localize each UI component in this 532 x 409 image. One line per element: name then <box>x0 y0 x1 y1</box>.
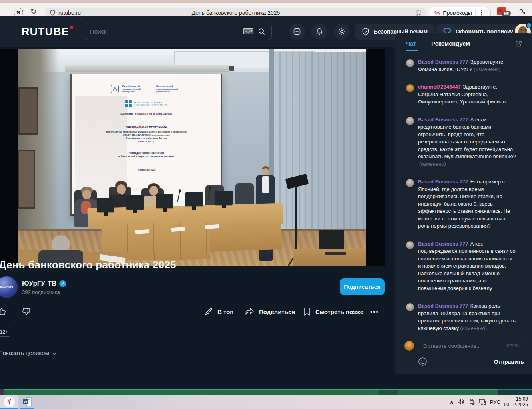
standing-man-shirt <box>262 176 269 193</box>
network-icon[interactable] <box>478 398 486 405</box>
chat-avatar <box>406 117 414 125</box>
rutube-logo[interactable]: RUTUBE <box>22 26 73 38</box>
desktop-monitor <box>215 191 233 205</box>
screen: Я ↻ rutube.ru День банковского работника… <box>0 0 532 409</box>
chat-message-list[interactable]: Based Business 777Здравствуйте. Фомина Ю… <box>395 56 532 336</box>
search-box[interactable]: ⌨ <box>84 23 272 40</box>
school-logo-icon <box>125 100 132 107</box>
divider <box>490 10 491 16</box>
promo-menu-icon[interactable]: ⋮ <box>479 9 485 16</box>
share-label: Поделиться <box>259 308 295 315</box>
bookmark-icon[interactable] <box>416 10 422 16</box>
logo-red-dot <box>70 26 73 29</box>
chat-text: А как подтверждается причинность в связи… <box>418 241 516 291</box>
show-full-description-button[interactable]: Показать целиком ⌄ <box>0 349 57 356</box>
chat-compose-area: 0/200 Отправить <box>395 336 532 369</box>
chat-username[interactable]: Based Business 777 <box>418 117 468 123</box>
slide-city-year: Челябинск 2025 <box>137 169 155 171</box>
volume-icon[interactable] <box>457 398 465 405</box>
upload-video-button[interactable] <box>289 24 305 40</box>
chat-message: channel72846447Здравствуйте. Согрина Нат… <box>406 83 525 106</box>
mail-badge: 495 <box>501 11 511 16</box>
foreground-monitor <box>319 230 344 250</box>
university-status: Национальный исследовательский университ… <box>156 85 182 93</box>
emoji-icon[interactable] <box>418 357 427 366</box>
chat-message: Based Business 777Какова роль правила Те… <box>406 302 525 332</box>
popout-chat-icon[interactable] <box>515 40 522 48</box>
send-button[interactable]: Отправить <box>494 359 524 365</box>
chat-username[interactable]: Based Business 777 <box>418 303 468 309</box>
usb-device-icon[interactable] <box>468 398 475 405</box>
search-icon[interactable] <box>258 28 266 36</box>
chat-avatar <box>406 84 414 92</box>
browser-toolbar: Я ↻ rutube.ru День банковского работника… <box>0 3 532 16</box>
divider <box>475 10 476 16</box>
university-logos: Южно-Уральский государственный университ… <box>111 84 182 94</box>
subscribe-button[interactable]: Подписаться <box>340 278 385 295</box>
chat-username[interactable]: Based Business 777 <box>418 59 468 65</box>
school-logo-block: ВЫСШАЯ ШКОЛА ЭКОНОМИКИ И УПРАВЛЕНИЯ <box>125 100 168 107</box>
chat-avatar <box>406 59 414 67</box>
chat-username[interactable]: Based Business 777 <box>418 179 468 185</box>
desktop-monitor <box>185 192 203 206</box>
chat-message: Based Business 777А если кредитование ба… <box>406 116 525 168</box>
video-frame: Южно-Уральский государственный университ… <box>18 49 366 266</box>
more-actions-button[interactable]: ••• <box>370 306 379 318</box>
chevron-down-icon: ⌄ <box>52 349 57 356</box>
video-player[interactable]: Южно-Уральский государственный университ… <box>0 49 385 266</box>
window-top-strip <box>0 0 532 3</box>
word-icon: W <box>23 397 32 406</box>
watch-later-button[interactable]: Смотреть позже <box>303 306 363 318</box>
passwords-extension-icon[interactable] <box>518 7 528 16</box>
theme-toggle-sun-icon[interactable] <box>334 24 350 40</box>
keyboard <box>325 252 346 255</box>
divider <box>395 54 532 54</box>
search-input[interactable] <box>90 28 239 35</box>
age-rating-badge: 12+ <box>0 327 10 337</box>
share-button[interactable]: Поделиться <box>245 306 295 318</box>
chat-username[interactable]: Based Business 777 <box>418 241 468 247</box>
like-button[interactable] <box>0 306 7 318</box>
background-window-strip <box>0 389 532 395</box>
wall-picture <box>18 150 35 209</box>
dislike-button[interactable] <box>21 306 30 318</box>
chat-text: Есть пример с Японией, где долгое время … <box>418 179 510 229</box>
taskbar-clock[interactable]: 15:09 03.12.2025 <box>504 396 528 407</box>
tab-recommend[interactable]: Рекомендуем <box>431 40 470 47</box>
chat-panel: Чат Рекомендуем Based Business 777Здравс… <box>395 33 532 374</box>
seated-woman-2 <box>117 184 126 195</box>
chat-avatar <box>406 241 414 249</box>
channel-name[interactable]: ЮУрГУ-ТВ ✓ <box>22 280 66 288</box>
conference-theme: «Поведенческая экономика в банковской сф… <box>118 151 174 158</box>
university-emblem-icon <box>111 85 119 93</box>
char-counter: 0/200 <box>507 343 519 349</box>
taskbar-yandex-browser[interactable]: Y <box>0 395 18 409</box>
chat-avatar <box>406 303 414 311</box>
page-title-center: День банковского работника 2025 <box>45 10 427 16</box>
percent-icon: % <box>434 10 440 16</box>
chat-username[interactable]: channel72846447 <box>418 84 461 90</box>
desktop-monitor <box>156 194 173 208</box>
windows-taskbar: Y W ∧ РУС 15:09 03.12.2025 <box>0 395 532 409</box>
channel-avatar[interactable]: ЮУрГУ-ТВ <box>0 276 18 298</box>
tab-chat[interactable]: Чат <box>406 40 416 47</box>
foreground-desk <box>293 249 366 266</box>
my-avatar <box>404 341 414 351</box>
chat-message: Based Business 777Здравствуйте. Фомина Ю… <box>406 58 525 73</box>
subscriber-count: 392 подписчика <box>22 289 60 295</box>
chat-input-box[interactable]: 0/200 <box>418 339 524 353</box>
time: 15:09 <box>504 396 528 402</box>
verified-badge-icon: ✓ <box>59 280 66 287</box>
divider <box>0 343 385 343</box>
taskbar-word[interactable]: W <box>20 395 34 409</box>
virtual-keyboard-icon[interactable]: ⌨ <box>243 27 254 36</box>
reload-icon[interactable]: ↻ <box>30 7 37 16</box>
program-block: ОФИЦИАЛЬНАЯ ПРОГРАММА мероприятий, прово… <box>106 126 186 143</box>
tray-expand-icon[interactable]: ∧ <box>450 399 454 405</box>
chat-tabs: Чат Рекомендуем <box>395 33 532 54</box>
chat-message-input[interactable] <box>423 343 504 349</box>
boost-button[interactable]: В топ <box>204 306 233 318</box>
keyboard-language[interactable]: РУС <box>490 399 500 405</box>
vertical-blinds <box>274 52 366 252</box>
notifications-bell-icon[interactable] <box>311 24 327 40</box>
